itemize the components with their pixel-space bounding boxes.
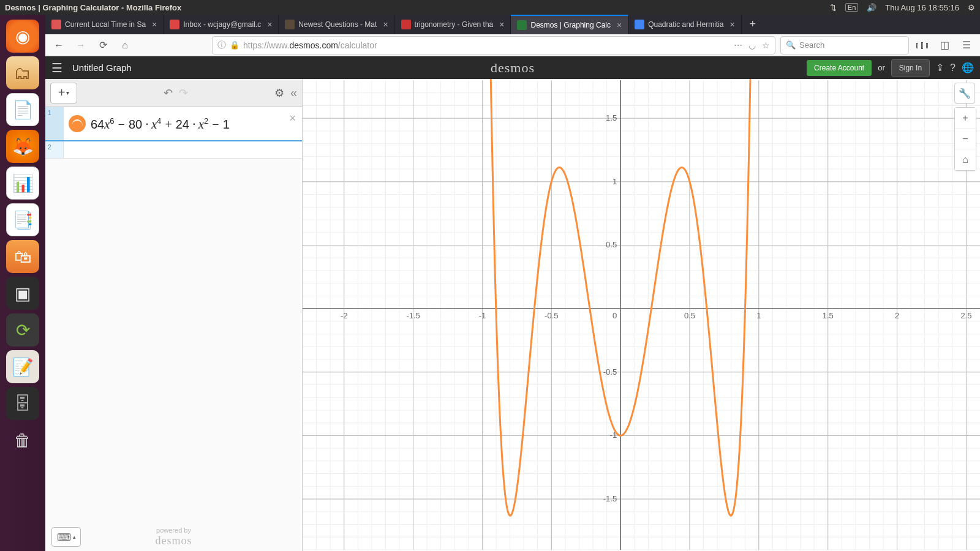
pocket-icon[interactable]: ◡ xyxy=(748,40,756,50)
launcher-files-icon[interactable]: 🗂 xyxy=(6,56,39,89)
ubuntu-launcher: ◉ 🗂 📄 🦊 📊 📑 🛍 ▣ ⟳ 📝 🗄 🗑 xyxy=(0,15,45,551)
system-tray: ⇅ En 🔊 Thu Aug 16 18:55:16 ⚙ xyxy=(830,3,975,12)
sidebar-icon[interactable]: ◫ xyxy=(936,37,953,54)
url-text: https://www.desmos.com/calculator xyxy=(243,40,377,50)
tab-label: Inbox - wcjagy@gmail.c xyxy=(183,20,261,29)
browser-tab[interactable]: Quadratic and Hermitia× xyxy=(628,15,742,34)
tab-label: Newest Questions - Mat xyxy=(298,20,377,29)
library-icon[interactable]: ⫾⫿⫾ xyxy=(914,37,931,54)
add-expression-button[interactable]: +▾ xyxy=(50,83,77,103)
wrench-icon[interactable]: 🔧 xyxy=(954,83,975,103)
expression-footer: ⌨▴ powered by desmos xyxy=(45,523,302,551)
launcher-impress-icon[interactable]: 📑 xyxy=(6,203,39,236)
create-account-button[interactable]: Create Account xyxy=(807,60,872,76)
expression-formula[interactable]: 64x6 − 80 · x4 + 24 · x2 − 1 xyxy=(91,116,230,132)
home-button[interactable]: ⌂ xyxy=(116,37,134,54)
sound-icon[interactable]: 🔊 xyxy=(867,3,876,12)
network-icon[interactable]: ⇅ xyxy=(830,3,837,12)
powered-by: powered by desmos xyxy=(156,527,192,548)
desmos-header: ☰ Untitled Graph desmos Create Account o… xyxy=(45,56,980,79)
expression-row[interactable]: 164x6 − 80 · x4 + 24 · x2 − 1× xyxy=(45,107,302,141)
signin-button[interactable]: Sign In xyxy=(891,59,930,77)
launcher-backup-icon[interactable]: 🗄 xyxy=(6,387,39,420)
close-tab-icon[interactable]: × xyxy=(730,20,735,29)
close-tab-icon[interactable]: × xyxy=(383,20,388,29)
ubuntu-menubar: Desmos | Graphing Calculator - Mozilla F… xyxy=(0,0,980,15)
share-icon[interactable]: ⇪ xyxy=(936,62,944,73)
favicon xyxy=(285,20,295,29)
launcher-gedit-icon[interactable]: 📝 xyxy=(6,350,39,383)
svg-text:1: 1 xyxy=(756,311,761,320)
browser-tab[interactable]: Desmos | Graphing Calc× xyxy=(511,15,628,34)
firefox-window: Current Local Time in Sa×Inbox - wcjagy@… xyxy=(45,15,980,551)
expression-panel: +▾ ↶ ↷ ⚙ « 164x6 − 80 · x4 + 24 · x2 − 1… xyxy=(45,79,303,551)
home-zoom-button[interactable]: ⌂ xyxy=(955,149,976,170)
launcher-firefox-icon[interactable]: 🦊 xyxy=(6,130,39,163)
new-tab-button[interactable]: + xyxy=(742,15,764,34)
zoom-in-button[interactable]: + xyxy=(955,108,976,129)
desmos-body: +▾ ↶ ↷ ⚙ « 164x6 − 80 · x4 + 24 · x2 − 1… xyxy=(45,79,980,551)
tab-label: trigonometry - Given tha xyxy=(415,20,494,29)
undo-button[interactable]: ↶ xyxy=(164,86,173,100)
close-tab-icon[interactable]: × xyxy=(267,20,272,29)
launcher-trash-icon[interactable]: 🗑 xyxy=(6,424,39,457)
bookmark-star-icon[interactable]: ☆ xyxy=(762,40,770,50)
svg-text:1.5: 1.5 xyxy=(823,311,834,320)
favicon xyxy=(635,20,644,29)
browser-tab[interactable]: trigonometry - Given tha× xyxy=(395,15,511,34)
window-title: Desmos | Graphing Calculator - Mozilla F… xyxy=(5,3,830,12)
browser-tab[interactable]: Newest Questions - Mat× xyxy=(279,15,394,34)
globe-icon[interactable]: 🌐 xyxy=(962,62,974,73)
expression-index: 1 xyxy=(45,107,64,140)
tab-label: Desmos | Graphing Calc xyxy=(530,21,611,29)
menu-button[interactable]: ☰ xyxy=(51,61,62,75)
close-tab-icon[interactable]: × xyxy=(499,20,504,29)
launcher-calc-icon[interactable]: 📊 xyxy=(6,167,39,200)
graph-area[interactable]: -2-1.5-1-0.500.511.522.5-1.5-1-0.50.511.… xyxy=(303,79,980,551)
tab-label: Current Local Time in Sa xyxy=(65,20,146,29)
language-indicator[interactable]: En xyxy=(845,3,858,12)
keyboard-button[interactable]: ⌨▴ xyxy=(51,527,81,547)
help-icon[interactable]: ? xyxy=(950,62,956,73)
launcher-writer-icon[interactable]: 📄 xyxy=(6,93,39,126)
expression-color-icon[interactable] xyxy=(69,115,86,132)
nav-bar: ← → ⟳ ⌂ ⓘ 🔒 https://www.desmos.com/calcu… xyxy=(45,34,980,57)
url-bar[interactable]: ⓘ 🔒 https://www.desmos.com/calculator ⋯ … xyxy=(212,36,775,54)
favicon xyxy=(170,20,179,29)
collapse-panel-icon[interactable]: « xyxy=(290,86,297,100)
graph-canvas[interactable]: -2-1.5-1-0.500.511.522.5-1.5-1-0.50.511.… xyxy=(303,79,980,551)
browser-tab[interactable]: Current Local Time in Sa× xyxy=(45,15,164,34)
browser-tab[interactable]: Inbox - wcjagy@gmail.c× xyxy=(164,15,279,34)
back-button[interactable]: ← xyxy=(50,37,67,54)
launcher-software-icon[interactable]: 🛍 xyxy=(6,240,39,273)
menu-icon[interactable]: ☰ xyxy=(958,37,975,54)
launcher-dash-icon[interactable]: ◉ xyxy=(6,20,39,53)
graph-title[interactable]: Untitled Graph xyxy=(72,62,132,73)
forward-button[interactable]: → xyxy=(72,37,89,54)
or-text: or xyxy=(878,63,885,72)
svg-text:-1.5: -1.5 xyxy=(406,311,420,320)
svg-text:1.5: 1.5 xyxy=(606,113,617,122)
page-actions-icon[interactable]: ⋯ xyxy=(734,40,742,50)
svg-text:-0.5: -0.5 xyxy=(603,367,617,377)
close-tab-icon[interactable]: × xyxy=(152,20,157,29)
svg-text:2: 2 xyxy=(895,311,899,320)
svg-text:-0.5: -0.5 xyxy=(545,311,558,320)
svg-text:-1: -1 xyxy=(479,311,486,320)
clock[interactable]: Thu Aug 16 18:55:16 xyxy=(885,3,959,12)
redo-button[interactable]: ↷ xyxy=(179,86,188,100)
launcher-terminal-icon[interactable]: ▣ xyxy=(6,277,39,310)
desmos-logo: desmos xyxy=(491,60,535,76)
expression-row[interactable]: 2 xyxy=(45,141,302,159)
info-icon[interactable]: ⓘ xyxy=(217,40,226,51)
settings-icon[interactable]: ⚙ xyxy=(274,86,284,100)
search-bar[interactable]: 🔍 Search xyxy=(780,36,909,54)
delete-expression-icon[interactable]: × xyxy=(289,112,296,125)
svg-text:-2: -2 xyxy=(341,311,348,320)
launcher-updater-icon[interactable]: ⟳ xyxy=(6,313,39,347)
reload-button[interactable]: ⟳ xyxy=(94,37,111,54)
svg-text:0: 0 xyxy=(612,311,617,320)
power-icon[interactable]: ⚙ xyxy=(968,3,975,12)
close-tab-icon[interactable]: × xyxy=(617,20,622,30)
zoom-out-button[interactable]: − xyxy=(955,129,976,149)
